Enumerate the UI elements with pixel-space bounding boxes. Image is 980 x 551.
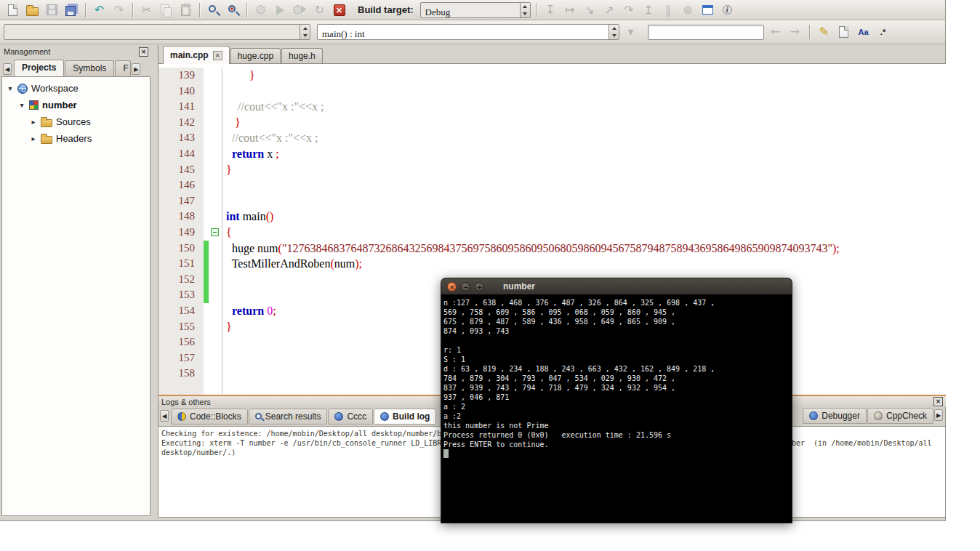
logs-tab-build-log[interactable]: Build log: [374, 409, 436, 425]
editor-tab-bar: main.cpp×huge.cpphuge.h: [158, 45, 946, 64]
debug-step-into-instruction-button[interactable]: ↥: [640, 1, 658, 19]
code-text: }: [222, 115, 946, 131]
replace-button[interactable]: [224, 1, 242, 19]
debug-run-to-cursor-button[interactable]: ↧: [542, 1, 560, 19]
debugging-windows-icon: [702, 5, 713, 15]
close-logs-icon[interactable]: ×: [933, 397, 943, 406]
terminal-minimize-icon[interactable]: −: [461, 282, 470, 291]
match-case-icon: Aa: [858, 28, 868, 36]
editor-tab-main-cpp[interactable]: main.cpp×: [163, 46, 230, 64]
code-text: return x ;: [222, 146, 946, 162]
rebuild-button[interactable]: ↻: [310, 1, 329, 19]
logs-tab-label: Code::Blocks: [190, 411, 241, 422]
various-info-button[interactable]: [718, 1, 736, 19]
compiler-value: [4, 25, 300, 39]
logs-tab-code-blocks[interactable]: Code::Blocks: [171, 409, 248, 425]
goto-previous-changed-line-button[interactable]: ←: [766, 23, 784, 41]
save-icon: [47, 4, 57, 15]
line-number: 154: [158, 303, 204, 319]
debug-step-into-button[interactable]: ↘: [581, 1, 599, 19]
tree-item-number[interactable]: ▾number: [2, 97, 150, 113]
undo-button[interactable]: ↶: [90, 1, 108, 19]
change-margin: [204, 146, 209, 162]
debugging-windows-button[interactable]: [699, 1, 717, 19]
expander-icon[interactable]: ▸: [30, 118, 37, 126]
terminal-titlebar[interactable]: × − + number: [441, 278, 792, 294]
expander-icon[interactable]: ▾: [18, 101, 25, 109]
redo-button[interactable]: ↷: [110, 1, 128, 19]
tree-item-workspace[interactable]: ▾Workspace: [2, 80, 150, 97]
logs-tab-scroll-left-icon[interactable]: ◀: [160, 410, 169, 422]
save-button[interactable]: [43, 1, 61, 19]
spinner-icon[interactable]: [609, 25, 619, 39]
debug-next-line-button[interactable]: ↦: [561, 1, 579, 19]
close-tab-icon[interactable]: ×: [213, 51, 222, 60]
management-tab-f[interactable]: F: [115, 60, 131, 76]
new-file-button[interactable]: [4, 1, 22, 19]
debug-break-button[interactable]: ∥: [659, 1, 678, 19]
blue-tab-icon: [334, 412, 343, 421]
terminal-output[interactable]: n :127 , 638 , 468 , 376 , 487 , 326 , 8…: [441, 294, 792, 523]
cut-button[interactable]: ✂: [137, 1, 156, 19]
change-marker: [204, 241, 209, 257]
expander-icon[interactable]: ▸: [30, 134, 37, 142]
spinner-icon[interactable]: [520, 3, 530, 17]
change-margin: [204, 115, 209, 131]
run-button[interactable]: [271, 1, 289, 19]
open-file-button[interactable]: [23, 1, 41, 19]
debug-step-out-button[interactable]: ↗: [601, 1, 619, 19]
tab-scroll-left-icon[interactable]: ◀: [3, 63, 12, 75]
highlight-occurrences-button[interactable]: ✎: [815, 23, 833, 41]
incremental-search-options-button[interactable]: ▾: [622, 23, 640, 41]
incremental-search-input[interactable]: [648, 25, 764, 40]
management-tab-projects[interactable]: Projects: [14, 60, 64, 76]
copy-button[interactable]: [157, 1, 175, 19]
toolbar-separator: [85, 3, 86, 17]
debug-next-instruction-button[interactable]: ↷: [620, 1, 638, 19]
toolbar-separator: [199, 3, 200, 17]
change-marker: [204, 287, 209, 303]
compiler-combobox[interactable]: [4, 24, 310, 40]
scope-combobox[interactable]: main() : int: [317, 24, 619, 40]
logs-tab-scroll-right-icon[interactable]: ▶: [934, 409, 943, 421]
find-button[interactable]: [204, 1, 222, 19]
save-all-icon: [65, 6, 76, 16]
fold-margin: [209, 287, 222, 303]
match-case-button[interactable]: Aa: [854, 23, 872, 41]
line-number: 158: [158, 366, 204, 382]
fold-margin: [209, 319, 222, 335]
debug-stop-button[interactable]: ⊗: [679, 1, 697, 19]
goto-next-changed-line-button[interactable]: →: [786, 23, 804, 41]
tree-item-headers[interactable]: ▸Headers: [2, 130, 150, 147]
logs-tab-search-results[interactable]: Search results: [249, 409, 328, 425]
save-all-button[interactable]: [63, 1, 81, 19]
editor-tab-huge-h[interactable]: huge.h: [281, 48, 323, 63]
line-number: 140: [158, 84, 204, 100]
debug-step-out-icon: ↗: [604, 4, 614, 16]
tree-item-sources[interactable]: ▸Sources: [2, 113, 150, 130]
regex-button[interactable]: .*: [874, 23, 892, 41]
fold-margin: [209, 303, 222, 319]
close-management-icon[interactable]: ×: [139, 47, 148, 57]
terminal-maximize-icon[interactable]: +: [475, 282, 484, 291]
selected-text-button[interactable]: [835, 23, 853, 41]
spinner-icon[interactable]: [300, 25, 310, 39]
expander-icon[interactable]: ▾: [7, 84, 14, 92]
paste-button[interactable]: [177, 1, 195, 19]
terminal-close-icon[interactable]: ×: [447, 282, 457, 291]
compile-button[interactable]: [252, 1, 270, 19]
terminal-line: 937 , 046 , 871: [443, 393, 790, 402]
management-tab-symbols[interactable]: Symbols: [65, 60, 114, 76]
terminal-line: a : 2: [443, 402, 790, 411]
check-tab-icon: [874, 411, 883, 420]
build-target-select[interactable]: Debug: [420, 2, 531, 18]
fold-collapse-icon[interactable]: [211, 228, 219, 236]
tab-scroll-right-icon[interactable]: ▶: [132, 63, 140, 75]
logs-tab-cccc[interactable]: Cccc: [328, 409, 373, 425]
logs-tab-cppcheck[interactable]: CppCheck: [867, 408, 933, 424]
logs-tab-debugger[interactable]: Debugger: [803, 408, 867, 424]
abort-build-button[interactable]: [330, 1, 348, 19]
build-and-run-button[interactable]: [291, 1, 309, 19]
editor-tab-huge-cpp[interactable]: huge.cpp: [230, 48, 281, 63]
blue-tab-icon: [809, 411, 818, 420]
